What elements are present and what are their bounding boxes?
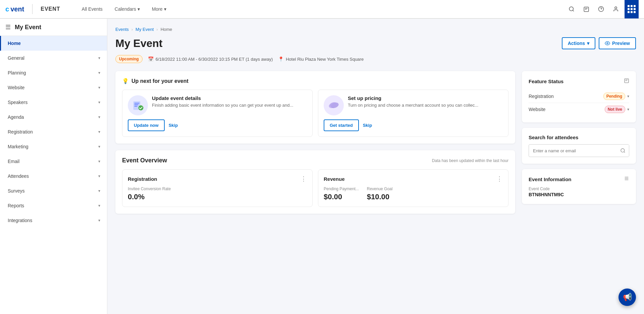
sidebar-item-agenda[interactable]: Agenda▾ (0, 110, 107, 124)
feature-status-badge: Not live ▾ (605, 106, 629, 113)
hamburger-icon[interactable]: ☰ (5, 23, 11, 31)
event-date-text: 6/18/2022 11:00 AM - 6/30/2022 10:15 PM … (156, 57, 273, 62)
svg-rect-12 (135, 106, 138, 107)
feature-rows: Registration Pending ▾ Website Not live … (529, 90, 629, 116)
up-next-item-pricing: Set up pricing Turn on pricing and choos… (318, 90, 508, 137)
breadcrumb-my-event[interactable]: My Event (136, 27, 154, 32)
sidebar-item-label: Marketing (8, 144, 28, 149)
sidebar-item-label: Email (8, 159, 19, 164)
invitee-conversion-label: Invitee Conversion Rate (128, 187, 171, 191)
calendars-chevron: ▾ (138, 6, 140, 12)
nav-more[interactable]: More ▾ (147, 4, 172, 14)
event-overview-title: Event Overview (122, 157, 167, 164)
update-skip-button[interactable]: Skip (169, 123, 178, 128)
feature-status-header: Feature Status (529, 78, 629, 85)
feature-status-pending: Pending (603, 93, 625, 100)
sidebar-item-label: Planning (8, 70, 26, 75)
feature-row-website: Website Not live ▾ (529, 103, 629, 116)
sidebar-item-email[interactable]: Email▾ (0, 154, 107, 169)
help-icon-btn[interactable] (595, 3, 607, 15)
event-info-fields: Event Code BTN8HNNTM9C (529, 187, 629, 197)
logo-area: cvent EVENT (5, 4, 60, 14)
event-info-header: Event Information (529, 176, 629, 182)
feature-name: Website (529, 107, 545, 112)
nav-all-events[interactable]: All Events (76, 4, 108, 14)
registration-header: Registration ⋮ (128, 175, 307, 182)
search-attendees-input[interactable] (529, 146, 617, 156)
feature-chevron[interactable]: ▾ (627, 94, 629, 99)
page-title: My Event (115, 37, 162, 50)
nav-calendars[interactable]: Calendars ▾ (109, 4, 145, 14)
sidebar-item-label: General (8, 55, 24, 61)
breadcrumb: Events › My Event › Home (115, 27, 636, 32)
breadcrumb-sep-1: › (131, 27, 133, 32)
up-next-items: Update event details Finish adding basic… (122, 90, 508, 137)
svg-line-21 (624, 152, 625, 153)
registration-overview: Registration ⋮ Invitee Conversion Rate 0… (122, 169, 313, 207)
sidebar-chevron: ▾ (98, 129, 100, 134)
up-next-title: 💡 Up next for your event (122, 78, 508, 84)
content-grid: 💡 Up next for your event (115, 71, 636, 214)
svg-rect-11 (135, 104, 139, 105)
get-started-button[interactable]: Get started (324, 119, 359, 131)
fab-icon: 📢 (623, 293, 632, 302)
sidebar-item-home[interactable]: Home (0, 36, 107, 51)
preview-button[interactable]: Preview (599, 37, 636, 49)
sidebar-item-label: Home (8, 41, 21, 46)
event-info-settings-icon[interactable] (624, 176, 629, 182)
sidebar-chevron: ▾ (98, 203, 100, 208)
sidebar-chevron: ▾ (98, 85, 100, 90)
search-attendees-icon[interactable] (617, 145, 629, 157)
event-code-label: Event Code (529, 187, 629, 191)
sidebar-chevron: ▾ (98, 174, 100, 178)
apps-button[interactable] (625, 0, 639, 18)
pricing-skip-button[interactable]: Skip (363, 123, 372, 128)
registration-dots-menu[interactable]: ⋮ (301, 175, 307, 182)
registration-title: Registration (128, 176, 157, 182)
event-location-meta: 📍 Hotel Riu Plaza New York Times Square (278, 56, 364, 62)
actions-button[interactable]: Actions ▾ (562, 37, 595, 49)
sidebar-item-label: Reports (8, 203, 24, 208)
up-next-item-text-1: Update event details Finish adding basic… (152, 95, 293, 108)
update-details-desc: Finish adding basic event information so… (152, 102, 293, 108)
search-icon-btn[interactable] (566, 3, 578, 15)
cvent-logo[interactable]: cvent (5, 5, 24, 13)
svg-rect-10 (135, 103, 140, 104)
breadcrumb-home: Home (161, 27, 172, 32)
sidebar-item-marketing[interactable]: Marketing▾ (0, 139, 107, 154)
sidebar-item-registration[interactable]: Registration▾ (0, 124, 107, 139)
revenue-goal-value: $10.00 (367, 193, 393, 201)
user-icon-btn[interactable] (610, 3, 622, 15)
sidebar-item-website[interactable]: Website▾ (0, 80, 107, 95)
top-nav-icons (566, 0, 639, 18)
pending-payment-value: $0.00 (324, 193, 359, 201)
feature-chevron[interactable]: ▾ (627, 107, 629, 112)
sidebar-header: ☰ My Event (0, 19, 107, 36)
fab-button[interactable]: 📢 (619, 289, 636, 306)
sidebar-my-event-title: My Event (15, 24, 41, 31)
sidebar-item-speakers[interactable]: Speakers▾ (0, 95, 107, 110)
sidebar-item-label: Integrations (8, 218, 32, 223)
header-actions: Actions ▾ Preview (562, 37, 636, 49)
sidebar-item-planning[interactable]: Planning▾ (0, 65, 107, 80)
revenue-overview: Revenue ⋮ Pending Payment... $0.00 Reven… (318, 169, 508, 207)
overview-grid: Registration ⋮ Invitee Conversion Rate 0… (122, 169, 508, 207)
breadcrumb-events[interactable]: Events (115, 27, 129, 32)
event-date-meta: 📅 6/18/2022 11:00 AM - 6/30/2022 10:15 P… (148, 56, 273, 62)
badge-icon-btn[interactable] (580, 3, 592, 15)
sidebar-item-surveys[interactable]: Surveys▾ (0, 184, 107, 198)
sidebar-item-integrations[interactable]: Integrations▾ (0, 213, 107, 228)
update-now-button[interactable]: Update now (128, 119, 165, 131)
sidebar-item-label: Website (8, 85, 24, 90)
registration-stats: Invitee Conversion Rate 0.0% (128, 187, 307, 201)
revenue-dots-menu[interactable]: ⋮ (496, 175, 503, 182)
sidebar-chevron: ▾ (98, 189, 100, 193)
upcoming-badge: Upcoming (115, 55, 143, 63)
sidebar-item-reports[interactable]: Reports▾ (0, 198, 107, 213)
sidebar-item-attendees[interactable]: Attendees▾ (0, 169, 107, 184)
logo-c: c (5, 5, 9, 13)
main-content: Events › My Event › Home My Event Action… (107, 19, 644, 314)
sidebar-item-general[interactable]: General▾ (0, 51, 107, 65)
sidebar-chevron: ▾ (98, 70, 100, 75)
search-attendees-card: Search for attendees (522, 128, 636, 164)
